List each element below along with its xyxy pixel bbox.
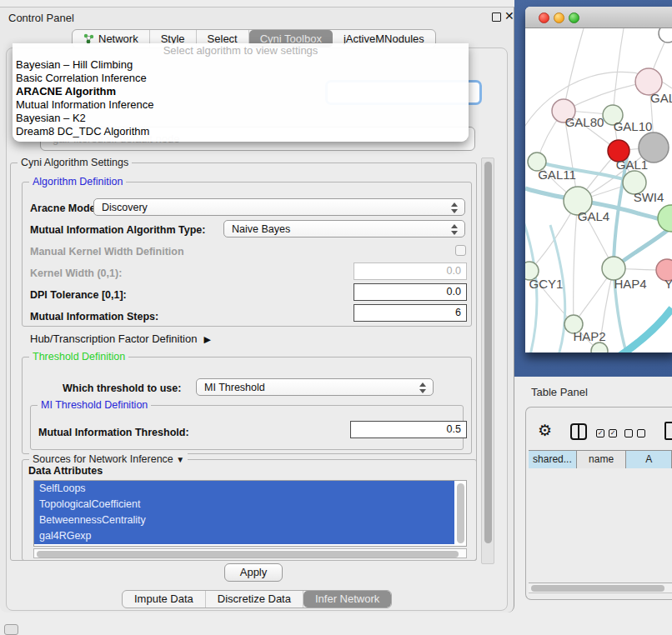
mi-steps-field[interactable]: 6 (354, 304, 467, 322)
kernel-width-label: Kernel Width (0,1): (30, 268, 122, 279)
dpi-tolerance-label: DPI Tolerance [0,1]: (30, 289, 127, 301)
node-label-gal: GAL (650, 91, 672, 105)
network-node[interactable] (591, 342, 608, 352)
network-canvas[interactable]: GALGAL80GAL10GAL1GAL11GAL4SWI4GCY1HAP4YH… (525, 28, 672, 352)
algorithm-option-aracne-algorithm[interactable]: ARACNE Algorithm (13, 85, 469, 98)
algorithm-dropdown-popup: Select algorithm to view settings Bayesi… (13, 43, 469, 142)
threshold-definition-title: Threshold Definition (29, 351, 128, 362)
table-hscroll-thumb[interactable] (531, 585, 664, 592)
mi-steps-label: Mutual Information Steps: (30, 311, 158, 322)
manual-kernel-width-label: Manual Kernel Width Definition (30, 246, 184, 258)
settings-vscroll-thumb[interactable] (484, 162, 492, 543)
table-panel-title: Table Panel (531, 386, 588, 398)
which-threshold-combo[interactable]: MI Threshold (196, 378, 434, 396)
apply-button[interactable]: Apply (224, 563, 283, 582)
which-threshold-label: Which threshold to use: (63, 382, 181, 394)
application-window: GALGAL80GAL10GAL1GAL11GAL4SWI4GCY1HAP4YH… (0, 0, 672, 635)
dpi-tolerance-field[interactable]: 0.0 (354, 283, 467, 301)
aracne-mode-combo[interactable]: Discovery (93, 198, 465, 216)
network-edges-teal (525, 158, 672, 352)
data-attribute-item[interactable]: TopologicalCoefficient (34, 497, 454, 512)
node-label-gal80: GAL80 (565, 115, 604, 129)
close-traffic-light-icon[interactable] (539, 12, 549, 23)
algorithm-option-dream8-dc-tdc-algorithm[interactable]: Dream8 DC_TDC Algorithm (13, 125, 469, 138)
node-label-gal4: GAL4 (578, 209, 609, 223)
mi-threshold-label: Mutual Information Threshold: (38, 427, 189, 438)
algorithm-dropdown-placeholder: Select algorithm to view settings (13, 43, 469, 58)
sources-title-text: Sources for Network Inference (33, 453, 173, 465)
column-header-name[interactable]: name (576, 451, 626, 468)
column-header-shared[interactable]: shared... (529, 451, 577, 468)
algorithm-option-basic-correlation-inference[interactable]: Basic Correlation Inference (13, 72, 469, 85)
node-label-gal11: GAL11 (538, 168, 576, 182)
combo-stepper-icon (451, 202, 459, 213)
kernel-width-field[interactable]: 0.0 (354, 262, 467, 280)
sources-group-title[interactable]: Sources for Network Inference ▼ (29, 453, 188, 465)
mi-algorithm-type-value: Naive Bayes (232, 223, 290, 235)
columns-icon[interactable] (570, 423, 587, 440)
aracne-mode-value: Discovery (102, 202, 148, 213)
node-label-gal10: GAL10 (614, 119, 653, 133)
tab-infer-network[interactable]: Infer Network (303, 591, 391, 608)
network-node[interactable] (659, 28, 672, 42)
cyni-algorithm-settings-title: Cyni Algorithm Settings (18, 157, 132, 168)
data-attributes-list[interactable]: SelfLoopsTopologicalCoefficientBetweenne… (33, 480, 467, 547)
gear-icon[interactable]: ⚙ (538, 421, 552, 439)
minimize-traffic-light-icon[interactable] (554, 12, 564, 23)
node-label-gcy1: GCY1 (529, 277, 564, 291)
chevron-right-icon: ▶ (203, 334, 210, 345)
network-view-window[interactable]: GALGAL80GAL10GAL1GAL11GAL4SWI4GCY1HAP4YH… (525, 7, 672, 352)
network-node-swi4[interactable] (658, 205, 672, 232)
manual-kernel-width-checkbox[interactable] (455, 245, 466, 256)
attributes-hscroll-thumb[interactable] (37, 551, 459, 558)
algorithm-options-list: Bayesian – Hill ClimbingBasic Correlatio… (13, 58, 469, 138)
algorithm-option-bayesian-hill-climbing[interactable]: Bayesian – Hill Climbing (13, 58, 469, 72)
network-graph: GALGAL80GAL10GAL1GAL11GAL4SWI4GCY1HAP4YH… (525, 28, 672, 352)
node-label-hap2: HAP2 (573, 329, 605, 343)
table-horizontal-scrollbar[interactable] (529, 582, 672, 593)
attributes-horizontal-scrollbar[interactable] (33, 548, 467, 558)
data-attribute-item[interactable]: BetweennessCentrality (34, 512, 454, 528)
tab-discretize-data[interactable]: Discretize Data (206, 591, 303, 608)
node-label-hap4: HAP4 (614, 277, 646, 291)
mi-algorithm-type-combo[interactable]: Naive Bayes (223, 220, 465, 238)
tab-impute-data[interactable]: Impute Data (123, 591, 206, 608)
mi-algorithm-type-label: Mutual Information Algorithm Type: (30, 224, 205, 236)
zoom-traffic-light-icon[interactable] (569, 12, 579, 23)
unchecked-checkboxes-icon[interactable] (624, 429, 648, 438)
data-attribute-item[interactable]: SelfLoops (34, 481, 454, 497)
chevron-down-icon: ▼ (176, 455, 184, 464)
which-threshold-value: MI Threshold (204, 382, 265, 393)
float-window-icon[interactable] (492, 12, 501, 22)
bottom-tabs: Impute DataDiscretize DataInfer Network (122, 590, 392, 608)
checked-checkboxes-icon[interactable]: ✓✓ (596, 429, 619, 438)
algorithm-definition-title: Algorithm Definition (29, 176, 126, 188)
mi-threshold-definition-title: MI Threshold Definition (38, 399, 151, 411)
algorithm-option-mutual-information-inference[interactable]: Mutual Information Inference (13, 98, 469, 112)
node-label-gal1: GAL1 (616, 158, 648, 172)
data-attribute-item[interactable]: gal4RGexp (34, 528, 454, 544)
close-icon[interactable]: ✕ (504, 9, 514, 22)
document-icon[interactable] (664, 422, 672, 440)
table-header-row: shared...nameA (529, 450, 672, 468)
node-label-swi4: SWI4 (634, 190, 664, 204)
minimized-panel-icon[interactable] (4, 624, 18, 635)
network-window-titlebar[interactable] (525, 7, 672, 28)
node-label-y: Y (664, 277, 672, 291)
node-table: shared...nameA YDL19...YDL19...13YDR27..… (529, 450, 672, 468)
aracne-mode-label: Aracne Mode: (30, 202, 99, 214)
data-attributes-label: Data Attributes (28, 465, 103, 477)
column-header-a[interactable]: A (625, 451, 672, 468)
hub-definition-toggle[interactable]: Hub/Transcription Factor Definition▶ (30, 332, 211, 345)
settings-vertical-scrollbar[interactable] (481, 158, 494, 564)
combo-stepper-icon (451, 224, 459, 235)
control-panel-title: Control Panel (8, 12, 74, 24)
algorithm-option-bayesian-k2[interactable]: Bayesian – K2 (13, 112, 469, 125)
mi-threshold-field[interactable]: 0.5 (350, 421, 467, 438)
combo-stepper-icon (419, 382, 427, 393)
attributes-vscroll-thumb[interactable] (457, 483, 464, 543)
hub-definition-label: Hub/Transcription Factor Definition (30, 332, 197, 345)
